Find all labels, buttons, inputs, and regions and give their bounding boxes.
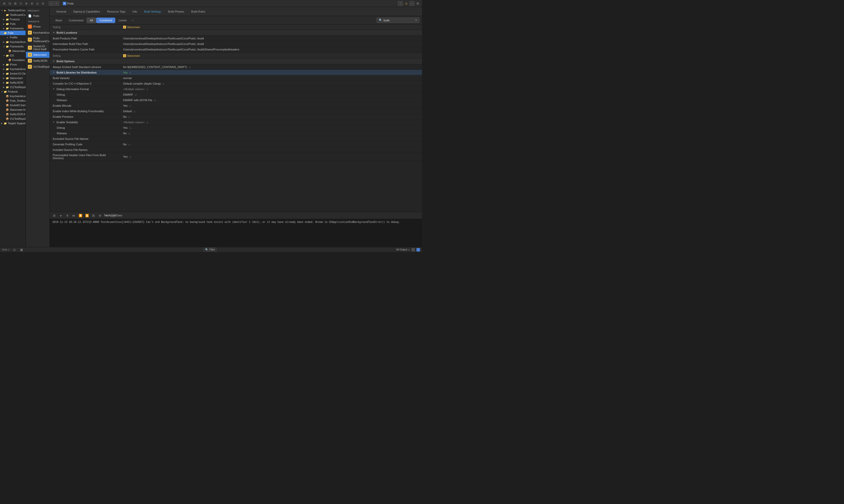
debug-btn-3[interactable]: ⏸ bbox=[65, 214, 70, 218]
tree-item-foundation-fw[interactable]: 📦 Foundation.framework bbox=[0, 58, 25, 62]
target-keychainaccess[interactable]: K KeychainAccess bbox=[26, 30, 50, 36]
toolbar-icon-4[interactable]: ⊙ bbox=[19, 1, 23, 6]
toolbar-icon-5[interactable]: ⊕ bbox=[24, 1, 29, 6]
tree-item-products[interactable]: ▶ 📁 Products bbox=[0, 17, 25, 22]
toolbar-icon-8[interactable]: ⊚ bbox=[41, 1, 45, 6]
setting-row-enable-index: Enable Index-While-Building Functionalit… bbox=[50, 108, 422, 114]
target-starscream[interactable]: S Starscream bbox=[26, 52, 50, 58]
tab-signing[interactable]: Signing & Capabilities bbox=[70, 8, 104, 15]
tree-item-v11[interactable]: ▶ 📁 V11TestRepoDoNotUse bbox=[0, 85, 25, 89]
tree-item-starscream-fw[interactable]: 📦 Starscream.framework bbox=[0, 49, 25, 53]
target-pods-testacuantcoco[interactable]: P Pods-TestAcuantCoco bbox=[26, 36, 50, 44]
status-icon-2[interactable]: ▦ bbox=[19, 248, 24, 252]
tab-info[interactable]: Info bbox=[129, 8, 140, 15]
build-locations-header[interactable]: ▼ Build Locations bbox=[50, 30, 422, 36]
tree-item-podfile[interactable]: ● Podfile bbox=[0, 35, 25, 40]
tree-item-pods-testacua-fw[interactable]: 📦 Pods_TestAcua...oco.framework bbox=[0, 98, 25, 103]
tree-item-socketio-fw[interactable]: 📦 SocketIO.framework bbox=[0, 103, 25, 107]
toolbar-icon-2[interactable]: ⊟ bbox=[7, 1, 12, 6]
view-icon-1[interactable] bbox=[411, 248, 415, 252]
tree-item-targets-support[interactable]: ▶ 📁 Targets Support Files bbox=[0, 121, 25, 126]
tree-item-swiftyjson[interactable]: ▶ 📁 SwiftyJSON bbox=[0, 80, 25, 85]
target-pods[interactable]: 📄 Pods bbox=[26, 13, 50, 19]
toolbar-icon-7[interactable]: ◎ bbox=[35, 1, 40, 6]
tab-build-phases[interactable]: Build Phases bbox=[164, 8, 188, 15]
debug-btn-6[interactable]: ⏫ bbox=[84, 214, 89, 218]
tab-build-rules[interactable]: Build Rules bbox=[188, 8, 209, 15]
tree-item-frameworks-sub[interactable]: ▶ 📁 Frameworks bbox=[0, 26, 25, 31]
tree-item-socketio[interactable]: ▶ 📁 Socket.IO-Client-Swift bbox=[0, 71, 25, 76]
filter-tab-all[interactable]: All bbox=[87, 18, 96, 23]
tree-label: Starscream.framework bbox=[12, 50, 25, 52]
setting-value bbox=[120, 138, 422, 140]
all-output[interactable]: All Output ◇ bbox=[396, 248, 410, 251]
view-icon-2[interactable] bbox=[417, 248, 420, 252]
nav-right-2[interactable]: › bbox=[409, 1, 415, 6]
tree-item-pods-root[interactable]: ▼ 📁 Pods bbox=[0, 31, 25, 35]
setting-name: Always Embed Swift Standard Libraries bbox=[50, 65, 120, 70]
setting-value: DWARF with dSYM File ◇ bbox=[120, 97, 422, 103]
expand-arrow: ▼ bbox=[53, 88, 55, 90]
setting-value: Yes ◇ bbox=[120, 125, 422, 130]
search-input[interactable] bbox=[384, 19, 414, 22]
search-clear-icon[interactable]: ✕ bbox=[415, 19, 417, 22]
bottom-filter-input[interactable]: 🔍 Filter bbox=[204, 248, 216, 252]
build-options-header[interactable]: ▼ Build Options bbox=[50, 58, 422, 64]
nav-back-button[interactable]: ‹ bbox=[49, 1, 54, 6]
filter-tab-customized[interactable]: Customized bbox=[66, 18, 87, 23]
debug-btn-4[interactable]: ⏭ bbox=[71, 214, 76, 218]
tree-item-testacuantcoco-root[interactable]: ▼ ▶ TestAcuantCoco bbox=[0, 8, 25, 13]
tree-item-pods-sub[interactable]: ▶ 📁 Pods bbox=[0, 22, 25, 26]
nav-right-1[interactable]: ‹ bbox=[398, 1, 403, 6]
col-setting-label: Setting bbox=[53, 26, 123, 29]
tree-item-starscream-fw2[interactable]: 📦 Starscream.framework bbox=[0, 107, 25, 112]
main-area: ▼ ▶ TestAcuantCoco 📁 TestAcuantCoco ▶ 📁 … bbox=[0, 7, 422, 247]
target-iproov[interactable]: i iProov bbox=[26, 23, 50, 30]
target-v11[interactable]: V V11TestRepoDoNotUse bbox=[26, 64, 50, 70]
tree-item-swiftyjson-fw[interactable]: 📦 SwiftyJSON.framework bbox=[0, 112, 25, 116]
toolbar-icon-6[interactable]: ⊗ bbox=[30, 1, 34, 6]
setting-value: <Multiple values> ◇ bbox=[120, 87, 422, 92]
filter-tab-levels[interactable]: Levels bbox=[115, 18, 130, 23]
tree-label: V11TestRepoDoNotUse bbox=[10, 86, 25, 89]
debug-btn-7[interactable]: ⊠ bbox=[91, 214, 96, 218]
debug-btn-1[interactable]: ⊞ bbox=[52, 214, 57, 218]
tab-resource-tags[interactable]: Resource Tags bbox=[104, 8, 129, 15]
tree-item-kc-fw[interactable]: 📦 KeychainAccess.framework bbox=[0, 94, 25, 98]
tab-general[interactable]: General bbox=[53, 8, 70, 15]
target-swiftyjson[interactable]: S SwiftyJSON bbox=[26, 58, 50, 64]
toolbar-icon-1[interactable]: ⊞ bbox=[2, 1, 6, 6]
platform-indicator: S Starscream bbox=[123, 25, 158, 29]
target-socketio[interactable]: S Socket.IO-Client-Swift bbox=[26, 44, 50, 52]
tree-item-keychainaccess2[interactable]: ▶ 📁 KeychainAccess bbox=[0, 67, 25, 71]
breadcrumb: ● Pods bbox=[63, 2, 74, 5]
tree-item-products-root[interactable]: ▼ 📁 Products bbox=[0, 89, 25, 94]
target-label: Pods bbox=[33, 14, 39, 17]
tree-item-frameworks[interactable]: ▼ 📁 Frameworks bbox=[0, 44, 25, 49]
target-label: Starscream bbox=[33, 53, 47, 56]
folder-icon: 📁 bbox=[3, 122, 7, 125]
setting-name: ▼ Enable Testability bbox=[50, 120, 120, 125]
tree-item-keychainaccess[interactable]: ▶ 📁 KeychainAccess bbox=[0, 40, 25, 44]
nav-forward-button[interactable]: › bbox=[54, 1, 59, 6]
filter-tab-combined[interactable]: Combined bbox=[96, 18, 115, 23]
status-icon-1[interactable]: ◎ bbox=[12, 248, 17, 252]
tree-item-v11-fw[interactable]: 📦 V11TestRepoD...Use.framework bbox=[0, 116, 25, 121]
debug-btn-5[interactable]: ⏬ bbox=[78, 214, 83, 218]
debug-btn-2[interactable]: ● bbox=[58, 214, 63, 218]
tab-build-settings[interactable]: Build Settings bbox=[141, 8, 164, 15]
filter-tab-basic[interactable]: Basic bbox=[52, 18, 66, 23]
debug-btn-8[interactable]: ⊕ bbox=[98, 214, 103, 218]
toolbar-right: ‹ ⚠ › ⊞ bbox=[398, 1, 420, 6]
setting-name: Debug bbox=[50, 125, 120, 130]
tree-item-starscream[interactable]: ▶ 📁 Starscream bbox=[0, 76, 25, 80]
tree-item-ios[interactable]: ▼ 📁 iOS bbox=[0, 53, 25, 58]
tree-label: Frameworks bbox=[10, 27, 23, 30]
tree-item-iproov[interactable]: ▶ 📁 iProov bbox=[0, 62, 25, 67]
tree-item-testacuantcoco[interactable]: 📁 TestAcuantCoco bbox=[0, 13, 25, 17]
filter-tab-add[interactable]: + bbox=[130, 18, 135, 23]
search-box[interactable]: 🔍 ✕ bbox=[376, 18, 420, 23]
toolbar-icon-3[interactable]: ⊠ bbox=[13, 1, 18, 6]
grid-icon[interactable]: ⊞ bbox=[416, 1, 420, 6]
debug-btn-10[interactable]: TestAcuantCoco bbox=[110, 214, 116, 218]
